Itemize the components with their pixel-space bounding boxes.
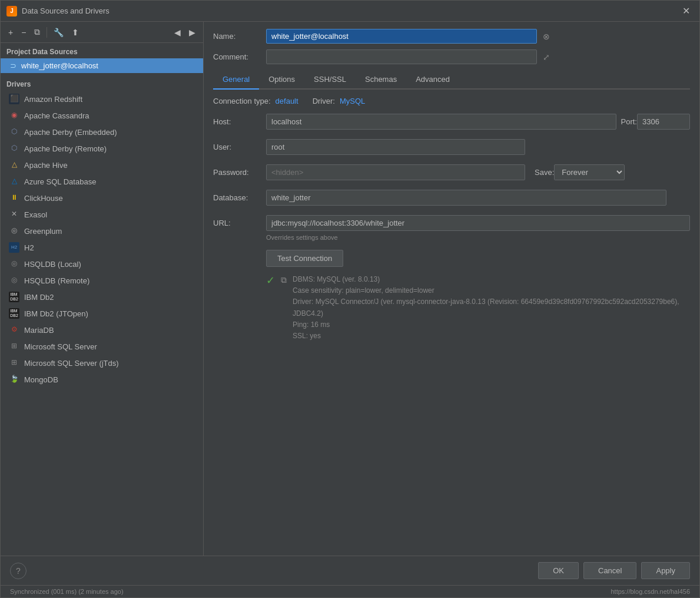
datasource-name: white_jotter@localhost	[21, 61, 98, 70]
tab-schemas[interactable]: Schemas	[356, 70, 406, 90]
driver-item[interactable]: IBM DB2IBM Db2 (JTOpen)	[1, 305, 203, 322]
settings-button[interactable]: 🔧	[51, 26, 67, 39]
remove-button[interactable]: −	[18, 26, 29, 39]
driver-icon: ◎	[9, 275, 19, 286]
success-icon: ✓	[266, 274, 275, 288]
driver-name: MongoDB	[24, 375, 58, 384]
comment-input[interactable]	[266, 49, 537, 64]
result-dbms: DBMS: MySQL (ver. 8.0.13)	[293, 274, 690, 285]
driver-icon: IBM DB2	[9, 308, 19, 319]
left-panel: + − ⧉ 🔧 ⬆ ◀ ▶ Project Data Sources ⊃ whi…	[1, 22, 204, 556]
app-icon: J	[6, 6, 17, 16]
driver-icon: △	[9, 176, 19, 187]
driver-icon: 🍃	[9, 374, 19, 385]
ok-button[interactable]: OK	[538, 562, 579, 579]
result-driver: Driver: MySQL Connector/J (ver. mysql-co…	[293, 296, 690, 319]
back-button[interactable]: ◀	[171, 26, 184, 39]
driver-item[interactable]: ◎Greenplum	[1, 223, 203, 239]
toolbar-separator	[47, 27, 47, 38]
port-input[interactable]	[637, 114, 690, 130]
driver-item[interactable]: ◎HSQLDB (Local)	[1, 256, 203, 272]
driver-item[interactable]: ◉Apache Cassandra	[1, 107, 203, 124]
driver-name: HSQLDB (Remote)	[24, 276, 89, 285]
help-button[interactable]: ?	[10, 563, 26, 579]
bottom-bar: ? OK Cancel Apply	[1, 556, 699, 585]
driver-name: ClickHouse	[24, 194, 63, 203]
tabs: GeneralOptionsSSH/SSLSchemasAdvanced	[213, 70, 690, 90]
connection-result: ✓ ⧉ DBMS: MySQL (ver. 8.0.13) Case sensi…	[266, 274, 690, 342]
driver-icon: ⏸	[9, 193, 19, 203]
driver-icon: H2	[9, 242, 19, 253]
driver-item[interactable]: ⊞Microsoft SQL Server (jTds)	[1, 355, 203, 371]
apply-button[interactable]: Apply	[641, 562, 690, 579]
close-button[interactable]: ✕	[679, 4, 694, 18]
driver-value[interactable]: MySQL	[340, 97, 365, 105]
driver-item[interactable]: H2H2	[1, 239, 203, 256]
main-content: + − ⧉ 🔧 ⬆ ◀ ▶ Project Data Sources ⊃ whi…	[1, 22, 699, 556]
password-label: Password:	[213, 168, 266, 177]
url-input[interactable]	[266, 215, 690, 231]
result-ssl: SSL: yes	[293, 331, 690, 342]
test-connection-button[interactable]: Test Connection	[266, 250, 343, 267]
port-label: Port:	[621, 117, 637, 126]
url-hint: Overrides settings above	[266, 234, 338, 241]
database-row: Database:	[213, 190, 690, 206]
status-url: https://blog.csdn.net/hal456	[611, 588, 690, 595]
database-input[interactable]	[266, 190, 666, 206]
driver-icon: ⬡	[9, 143, 19, 154]
driver-name: IBM Db2 (JTOpen)	[24, 309, 88, 318]
driver-name: Apache Hive	[24, 161, 68, 170]
result-case: Case sensitivity: plain=lower, delimited…	[293, 285, 690, 296]
expand-comment-button[interactable]: ⤢	[539, 51, 553, 63]
tab-advanced[interactable]: Advanced	[406, 70, 459, 90]
driver-name: H2	[24, 243, 34, 252]
selected-datasource[interactable]: ⊃ white_jotter@localhost	[1, 58, 203, 73]
driver-item[interactable]: ⬡Apache Derby (Remote)	[1, 140, 203, 157]
clear-button[interactable]: ⊗	[539, 31, 553, 42]
cancel-button[interactable]: Cancel	[583, 562, 636, 579]
right-panel: Name: ⊗ Comment: ⤢ GeneralOptionsSSH/SSL…	[204, 22, 699, 556]
driver-item[interactable]: IBM DB2IBM Db2	[1, 289, 203, 305]
driver-name: Microsoft SQL Server (jTds)	[24, 359, 119, 368]
tab-ssh-ssl[interactable]: SSH/SSL	[304, 70, 356, 90]
tab-general[interactable]: General	[213, 70, 259, 90]
driver-item[interactable]: ⊞Microsoft SQL Server	[1, 338, 203, 355]
driver-item[interactable]: ✕Exasol	[1, 206, 203, 223]
driver-item[interactable]: △Azure SQL Database	[1, 173, 203, 190]
driver-item[interactable]: ⚙MariaDB	[1, 322, 203, 338]
driver-label: Driver:	[313, 97, 335, 105]
conn-type-label: Connection type:	[213, 97, 271, 105]
conn-type-value[interactable]: default	[276, 97, 298, 105]
copy-result-icon[interactable]: ⧉	[281, 275, 287, 285]
driver-item[interactable]: ⬛Amazon Redshift	[1, 91, 203, 107]
driver-item[interactable]: ⬡Apache Derby (Embedded)	[1, 124, 203, 140]
project-sources-header: Project Data Sources	[1, 43, 203, 58]
import-button[interactable]: ⬆	[69, 26, 82, 39]
save-select[interactable]: Forever Until restart Never	[554, 164, 625, 180]
driver-item[interactable]: ◎HSQLDB (Remote)	[1, 272, 203, 289]
host-input[interactable]	[266, 114, 616, 130]
connection-type-row: Connection type: default Driver: MySQL	[213, 97, 690, 105]
user-row: User:	[213, 139, 690, 155]
copy-button[interactable]: ⧉	[31, 25, 43, 39]
save-label: Save:	[535, 168, 554, 177]
name-input[interactable]	[266, 29, 537, 44]
password-row: Password: Save: Forever Until restart Ne…	[213, 164, 690, 180]
form-grid: Host: Port: User: Password: Save: For	[213, 114, 690, 242]
driver-icon: ⊞	[9, 358, 19, 368]
password-input[interactable]	[266, 164, 525, 180]
user-label: User:	[213, 143, 266, 151]
drivers-header: Drivers	[1, 78, 203, 91]
driver-name: Apache Derby (Embedded)	[24, 128, 117, 137]
add-button[interactable]: +	[5, 26, 16, 39]
driver-item[interactable]: ⏸ClickHouse	[1, 190, 203, 206]
driver-icon: ⊞	[9, 341, 19, 352]
result-text: DBMS: MySQL (ver. 8.0.13) Case sensitivi…	[293, 274, 690, 342]
user-input[interactable]	[266, 139, 525, 155]
forward-button[interactable]: ▶	[186, 26, 198, 39]
tab-options[interactable]: Options	[259, 70, 304, 90]
url-row: URL: Overrides settings above	[213, 215, 690, 242]
url-label: URL:	[213, 219, 266, 227]
driver-item[interactable]: 🍃MongoDB	[1, 371, 203, 388]
driver-item[interactable]: △Apache Hive	[1, 157, 203, 173]
